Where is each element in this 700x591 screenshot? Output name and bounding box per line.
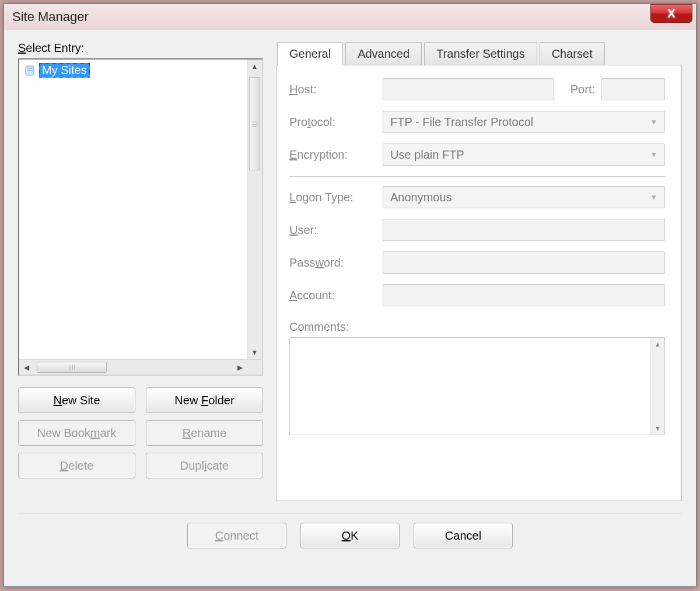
folder-icon: [24, 64, 37, 77]
connect-button[interactable]: Connect: [187, 523, 286, 548]
tab-charset[interactable]: Charset: [540, 42, 605, 65]
new-bookmark-button[interactable]: New Bookmark: [18, 420, 135, 446]
cancel-button[interactable]: Cancel: [414, 523, 513, 548]
account-label: Account:: [289, 289, 377, 302]
close-button[interactable]: X: [650, 4, 692, 23]
encryption-row: Encryption: Use plain FTP ▼: [289, 144, 665, 166]
comments-scrollbar[interactable]: ▲ ▼: [650, 338, 664, 435]
window-body: Select Entry: My Sites: [4, 30, 696, 586]
scroll-down-icon[interactable]: ▼: [651, 422, 664, 435]
chevron-down-icon: ▼: [650, 193, 657, 201]
tree-vertical-scrollbar[interactable]: ▲ ▼: [247, 60, 262, 359]
host-input[interactable]: [383, 78, 554, 100]
comments-label: Comments:: [289, 320, 665, 334]
password-row: Password:: [289, 251, 665, 274]
protocol-label: Protocol:: [289, 116, 377, 129]
entry-tree[interactable]: My Sites ▲ ▼ ◀ ▶: [18, 58, 263, 376]
encryption-label: Encryption:: [289, 148, 377, 162]
user-label: User:: [289, 223, 377, 237]
rename-button[interactable]: Rename: [146, 420, 263, 446]
site-manager-window: Site Manager X Select Entry:: [4, 4, 696, 587]
encryption-dropdown[interactable]: Use plain FTP ▼: [383, 144, 665, 166]
user-input[interactable]: [383, 219, 665, 241]
tab-general[interactable]: General: [277, 42, 343, 65]
separator: [289, 176, 665, 177]
chevron-down-icon: ▼: [650, 118, 657, 126]
duplicate-button[interactable]: Duplicate: [146, 453, 263, 478]
window-title: Site Manager: [12, 9, 89, 25]
account-input[interactable]: [383, 284, 665, 306]
logon-type-label: Logon Type:: [289, 191, 377, 204]
password-label: Password:: [289, 256, 377, 270]
close-icon: X: [667, 7, 675, 20]
port-input[interactable]: [601, 78, 665, 100]
host-port-row: Host: Port:: [289, 78, 665, 100]
footer-buttons: Connect OK Cancel: [18, 523, 682, 548]
tree-horizontal-scrollbar[interactable]: ◀ ▶: [19, 359, 262, 375]
chevron-down-icon: ▼: [650, 151, 657, 159]
main-area: Select Entry: My Sites: [18, 41, 682, 501]
svg-rect-2: [27, 70, 33, 71]
entry-buttons: New Site New Folder New Bookmark Rename …: [18, 387, 263, 478]
titlebar[interactable]: Site Manager X: [4, 4, 696, 30]
encryption-value: Use plain FTP: [390, 148, 464, 162]
scroll-right-icon[interactable]: ▶: [233, 360, 247, 375]
footer-separator: [18, 513, 682, 513]
delete-button[interactable]: Delete: [18, 453, 135, 478]
scroll-up-icon[interactable]: ▲: [247, 60, 262, 74]
protocol-row: Protocol: FTP - File Transfer Protocol ▼: [289, 111, 665, 133]
right-panel: General Advanced Transfer Settings Chars…: [276, 41, 682, 501]
port-label: Port:: [560, 83, 595, 96]
ok-button[interactable]: OK: [300, 523, 400, 548]
password-input[interactable]: [383, 251, 665, 274]
scroll-left-icon[interactable]: ◀: [19, 360, 33, 375]
logon-type-value: Anonymous: [390, 191, 452, 204]
tab-advanced[interactable]: Advanced: [345, 42, 422, 65]
new-site-button[interactable]: New Site: [18, 387, 135, 413]
scroll-corner: [247, 360, 262, 375]
logon-type-dropdown[interactable]: Anonymous ▼: [383, 186, 665, 208]
tab-transfer-settings[interactable]: Transfer Settings: [424, 42, 537, 65]
tree-content[interactable]: My Sites ▲ ▼ ◀ ▶: [19, 60, 262, 375]
tree-root-label: My Sites: [39, 63, 90, 78]
protocol-value: FTP - File Transfer Protocol: [390, 116, 533, 129]
tab-panel-general: Host: Port: Protocol: FTP - File Transfe…: [276, 65, 682, 501]
protocol-dropdown[interactable]: FTP - File Transfer Protocol ▼: [383, 111, 665, 133]
tree-root-item[interactable]: My Sites: [24, 63, 90, 78]
select-entry-label: Select Entry:: [18, 41, 263, 55]
svg-rect-1: [27, 68, 33, 69]
user-row: User:: [289, 219, 665, 241]
logon-row: Logon Type: Anonymous ▼: [289, 186, 665, 208]
account-row: Account:: [289, 284, 665, 306]
scroll-up-icon[interactable]: ▲: [651, 338, 664, 351]
new-folder-button[interactable]: New Folder: [146, 387, 263, 413]
left-panel: Select Entry: My Sites: [18, 41, 263, 501]
host-label: Host:: [289, 83, 377, 96]
comments-textarea[interactable]: ▲ ▼: [289, 337, 665, 435]
tab-bar: General Advanced Transfer Settings Chars…: [277, 41, 682, 65]
scroll-down-icon[interactable]: ▼: [247, 345, 262, 359]
scroll-thumb-vertical[interactable]: [249, 77, 260, 170]
scroll-thumb-horizontal[interactable]: [37, 362, 107, 373]
